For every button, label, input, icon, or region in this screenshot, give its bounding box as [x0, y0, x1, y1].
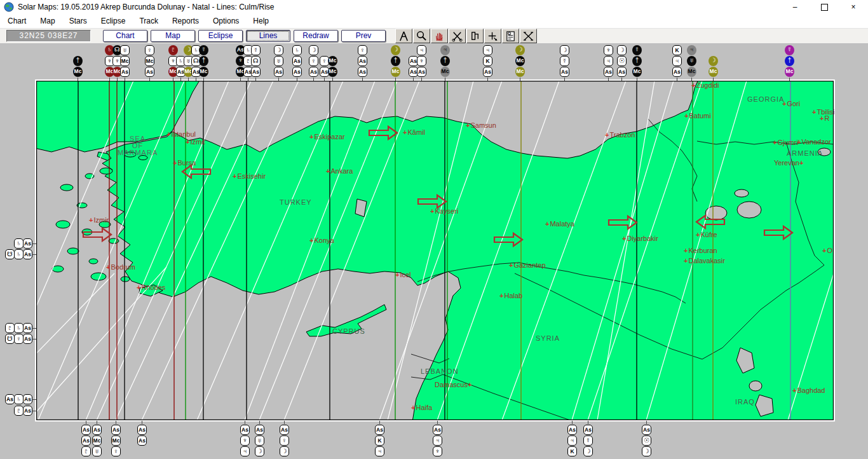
planet-marker-glyph: ♇ [14, 406, 24, 416]
planet-marker-as: As [81, 425, 91, 435]
menu-item-track[interactable]: Track [133, 15, 165, 27]
planet-marker-mc: Mc [687, 67, 696, 77]
maximize-button[interactable] [810, 0, 839, 14]
marker-connector [173, 78, 173, 81]
marker-connector [362, 78, 363, 81]
planet-marker-glyph: ☋ [5, 249, 15, 259]
info-page-icon: i [504, 30, 517, 43]
marker-connector [520, 78, 520, 81]
planet-marker-glyph: ♃ [687, 45, 696, 55]
toolbar-button-redraw[interactable]: Redraw [294, 30, 338, 42]
planet-marker-as: As [292, 56, 302, 66]
zoom-icon [415, 30, 428, 43]
tool-button-scissors-icon[interactable] [449, 29, 466, 43]
planet-marker-as: As [137, 435, 147, 446]
app-globe-icon [4, 2, 14, 12]
marker-connector [621, 78, 622, 81]
planet-marker-mc: Mc [515, 67, 525, 77]
planet-marker-as: As [560, 67, 569, 77]
planet-marker-glyph: ♆ [433, 446, 442, 456]
toolbar: 32N25 038E27 ChartMapEclipseLinesRedrawP… [0, 29, 868, 43]
marker-connector [32, 328, 36, 329]
tool-button-info-page-icon[interactable]: i [502, 29, 519, 43]
planet-marker-glyph: ♃ [440, 45, 450, 55]
planet-marker-glyph: ☿ [632, 45, 642, 55]
title-bar: Solar Maps: 19.05.2019 Akrep Burcunda Do… [0, 0, 868, 14]
planet-marker-mc: Mc [328, 67, 337, 77]
marker-connector [691, 78, 692, 81]
marker-connector [713, 78, 714, 81]
window-controls: – × [780, 0, 868, 14]
tool-button-compass-icon[interactable] [395, 29, 412, 43]
menu-item-help[interactable]: Help [247, 15, 275, 27]
toolbar-button-eclipse[interactable]: Eclipse [198, 30, 243, 42]
planet-marker-as: As [23, 334, 32, 344]
planet-marker-glyph: ☽ [255, 446, 264, 456]
planet-marker-glyph: K [375, 435, 384, 446]
planet-marker-glyph: ♅ [255, 435, 264, 446]
toolbar-button-map[interactable]: Map [151, 30, 195, 42]
planet-marker-glyph: ♇ [81, 446, 91, 456]
marker-connector [259, 421, 260, 424]
tool-button-locate-icon[interactable] [484, 29, 501, 43]
map-frame: +Istanbul+Izmit+Bursa+Eskisehir+Izmir+Bo… [35, 79, 835, 421]
marker-connector [572, 421, 573, 424]
toolbar-button-chart[interactable]: Chart [103, 30, 147, 42]
menu-item-chart[interactable]: Chart [1, 15, 32, 27]
marker-connector [278, 78, 279, 81]
tool-button-zoom-icon[interactable] [413, 29, 430, 43]
marker-connector [284, 421, 285, 424]
planet-marker-as: As [375, 425, 384, 435]
planet-marker-glyph: ♀ [280, 435, 289, 446]
planet-marker-as: As [81, 435, 91, 446]
solar-maps-window: Solar Maps: 19.05.2019 Akrep Burcunda Do… [0, 0, 868, 459]
planet-marker-glyph: ☽ [309, 45, 318, 55]
planet-marker-glyph: ☿ [560, 56, 569, 66]
minimize-button[interactable]: – [780, 0, 810, 14]
tool-button-pan-hand-icon[interactable] [431, 29, 448, 43]
planet-marker-as: As [92, 425, 102, 435]
planet-marker-glyph: ♀ [14, 334, 24, 344]
svg-text:i: i [509, 32, 510, 35]
toolbar-button-lines[interactable]: Lines [246, 30, 290, 42]
marker-connector [32, 411, 36, 411]
planet-marker-glyph: ♄ [14, 323, 24, 333]
marker-connector [32, 243, 36, 244]
planet-marker-glyph: K [672, 45, 682, 55]
marker-connector [437, 421, 438, 424]
planet-marker-glyph: ☽ [642, 446, 651, 456]
tool-button-roller-icon[interactable] [466, 29, 484, 43]
marker-connector [789, 78, 790, 81]
menu-item-reports[interactable]: Reports [166, 15, 205, 27]
planet-marker-glyph: ☿ [199, 45, 208, 55]
menu-item-options[interactable]: Options [207, 15, 245, 27]
planet-marker-glyph: ♅ [274, 56, 283, 66]
marker-connector [248, 78, 248, 81]
close-button[interactable]: × [839, 0, 868, 14]
tool-button-cross-lines-icon[interactable] [520, 29, 537, 43]
marker-connector [149, 78, 150, 81]
planet-marker-as: As [240, 425, 250, 435]
marker-connector [421, 78, 422, 81]
pan-hand-icon [433, 30, 446, 43]
planet-marker-glyph: ☽ [515, 45, 525, 55]
toolbar-button-prev[interactable]: Prev [341, 30, 386, 42]
locate-icon [486, 30, 499, 43]
menu-item-stars[interactable]: Stars [63, 15, 93, 27]
marker-connector [646, 421, 647, 424]
tool-icon-buttons: i [395, 29, 537, 43]
menu-item-eclipse[interactable]: Eclipse [95, 15, 132, 27]
planet-marker-as: As [292, 67, 302, 77]
planet-marker-as: As [672, 67, 682, 77]
coordinate-display: 32N25 038E27 [6, 30, 91, 42]
planet-marker-glyph: ☽ [617, 45, 627, 55]
planet-marker-glyph: ♇ [168, 45, 178, 55]
marker-connector [196, 78, 196, 81]
planet-marker-mc: Mc [328, 56, 337, 66]
map-canvas[interactable]: +Istanbul+Izmit+Bursa+Eskisehir+Izmir+Bo… [36, 81, 834, 420]
marker-connector [608, 78, 609, 81]
menu-item-map[interactable]: Map [34, 15, 61, 27]
planet-marker-mc: Mc [92, 435, 102, 446]
planet-marker-as: As [358, 56, 367, 66]
planet-marker-as: As [23, 406, 32, 416]
